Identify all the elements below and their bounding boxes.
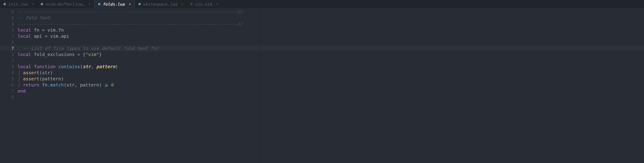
vim-icon <box>190 3 193 6</box>
tab-label: css.vim <box>195 2 212 7</box>
tab-whitespace-lua[interactable]: whitespace.lua × <box>135 0 187 8</box>
param: str <box>83 64 91 69</box>
tab-label: folds.lua <box>102 2 125 7</box>
identifier: fn <box>34 27 39 33</box>
line-number: 6 <box>0 82 18 87</box>
keyword-return: return <box>23 82 39 88</box>
line-number: 1 <box>0 52 18 57</box>
tab-init-lua[interactable]: init.lua × <box>0 0 37 8</box>
brace: { <box>83 52 86 57</box>
dot: . <box>47 82 50 88</box>
code-line: 5 │ assert(pattern) <box>0 76 644 82</box>
line-number: 4 <box>0 70 18 75</box>
line-number: 5 <box>0 15 18 20</box>
builtin: assert <box>23 76 39 82</box>
svg-point-11 <box>140 3 141 3</box>
code-line: 7 end <box>0 88 644 94</box>
lua-icon <box>40 3 44 6</box>
svg-point-4 <box>42 3 43 4</box>
keyword-local: local <box>18 64 31 69</box>
paren: ( <box>64 82 66 88</box>
svg-point-2 <box>6 3 6 3</box>
operator: = <box>42 33 50 39</box>
code-line: 8 <box>0 94 644 100</box>
editor[interactable]: 6 --------------------------------------… <box>0 8 644 100</box>
paren: ( <box>39 70 42 75</box>
identifier: pattern <box>80 82 99 88</box>
identifier: api <box>34 33 42 39</box>
comment: -- List of file types to use default fol… <box>23 46 159 51</box>
builtin: assert <box>23 70 39 75</box>
vertical-split[interactable] <box>259 8 260 163</box>
code-line: 2 <box>0 57 644 63</box>
identifier: fn <box>42 82 47 88</box>
keyword-local: local <box>18 27 31 33</box>
lua-icon <box>3 3 6 6</box>
identifier: fold_exclusions <box>34 52 75 57</box>
identifier: vim <box>47 27 56 33</box>
code-line: 6 --------------------------------------… <box>0 9 644 15</box>
comma: , <box>91 64 96 69</box>
number: 0 <box>111 82 114 88</box>
svg-point-0 <box>4 3 6 6</box>
method: match <box>50 82 64 88</box>
field: fn <box>58 27 64 33</box>
paren: ) <box>116 64 118 69</box>
code-line: 1 local fold_exclusions = {"vim"} <box>0 51 644 57</box>
tab-folds-lua[interactable]: folds.lua × <box>94 0 134 8</box>
close-icon[interactable]: × <box>181 2 183 6</box>
comma: , <box>75 82 80 88</box>
svg-point-6 <box>98 3 100 6</box>
identifier: str <box>42 70 50 75</box>
keyword-local: local <box>18 52 31 57</box>
close-icon[interactable]: × <box>88 2 91 6</box>
code-line: 3 local function contains(str, pattern) <box>0 63 644 70</box>
tab-label: init.lua <box>8 2 28 7</box>
comment: ----------------------------------------… <box>18 9 243 15</box>
operator: = <box>75 52 83 57</box>
close-icon[interactable]: × <box>216 2 218 6</box>
identifier: str <box>66 82 75 88</box>
line-number: 2 <box>0 34 18 39</box>
svg-point-1 <box>5 3 6 4</box>
tab-nvim-bufferline[interactable]: nvim-bufferline… × <box>37 0 94 8</box>
paren: ( <box>80 64 83 69</box>
code-line: 5 -- Fold Text <box>0 15 644 21</box>
line-number: 8 <box>0 95 18 100</box>
line-number-current: 7 <box>0 46 18 51</box>
code-line: 4 --------------------------------------… <box>0 21 644 27</box>
line-number: 6 <box>0 9 18 14</box>
operator: ⩾ <box>102 82 111 88</box>
tab-label: whitespace.lua <box>143 2 177 7</box>
line-number: 1 <box>0 40 18 45</box>
close-icon[interactable]: × <box>32 2 34 6</box>
indent-guide: │ <box>18 70 23 75</box>
paren: ) <box>61 76 64 82</box>
close-icon[interactable]: × <box>129 2 131 6</box>
operator: = <box>39 27 47 33</box>
line-number: 5 <box>0 76 18 81</box>
line-number: 4 <box>0 22 18 26</box>
function-name: contains <box>58 64 80 69</box>
code-line: 2 local api = vim.api <box>0 33 644 39</box>
indent-guide: │ <box>18 76 23 82</box>
string: "vim" <box>86 52 99 57</box>
lua-icon <box>98 3 101 6</box>
code-line: 1 <box>0 39 644 45</box>
comment: -- Fold Text <box>18 15 50 21</box>
svg-point-5 <box>43 3 43 3</box>
identifier: vim <box>50 33 58 39</box>
line-number: 3 <box>0 28 18 33</box>
svg-point-8 <box>100 3 100 3</box>
field: api <box>61 33 69 39</box>
line-number: 3 <box>0 64 18 69</box>
keyword-end: end <box>18 88 26 94</box>
identifier: pattern <box>42 76 61 82</box>
tab-label: nvim-bufferline… <box>45 2 84 7</box>
paren: ) <box>50 70 53 75</box>
code-line: 3 local fn = vim.fn <box>0 27 644 33</box>
svg-point-9 <box>138 3 141 6</box>
tab-css-vim[interactable]: css.vim × <box>187 0 222 8</box>
keyword-function: function <box>34 64 56 69</box>
code-line: 4 │ assert(str) <box>0 70 644 76</box>
